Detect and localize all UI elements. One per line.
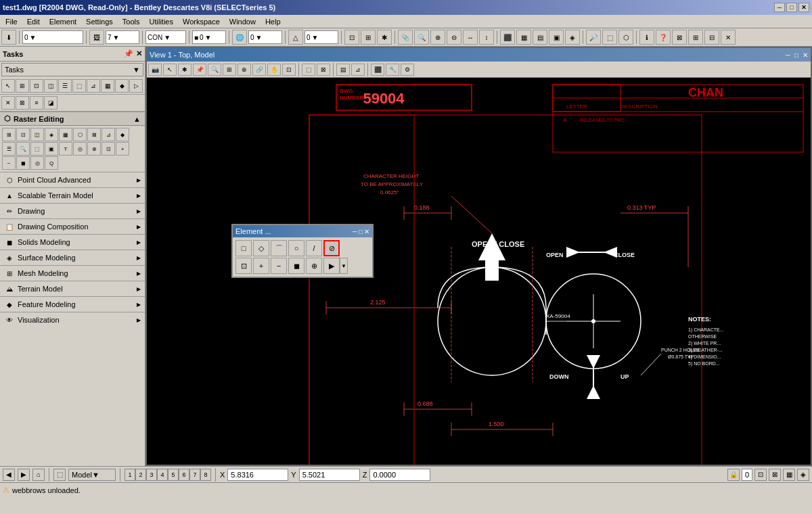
menu-workspace[interactable]: Workspace: [179, 16, 224, 27]
tb-3d[interactable]: ⬡: [618, 30, 633, 45]
tool-10[interactable]: ✕: [1, 96, 15, 110]
re-icon-19[interactable]: −: [2, 156, 16, 170]
tool-3[interactable]: ◫: [44, 79, 58, 93]
re-icon-4[interactable]: ◈: [45, 128, 58, 141]
view-tb-search-zoom[interactable]: 🔍: [208, 64, 221, 76]
menu-help[interactable]: Help: [261, 16, 285, 27]
status-icon-3[interactable]: ▦: [783, 469, 795, 481]
tool-select[interactable]: ↖: [1, 79, 15, 93]
nav-point-cloud-advanced[interactable]: ⬡ Point Cloud Advanced ▶: [0, 172, 145, 187]
menu-window[interactable]: Window: [225, 16, 260, 27]
re-icon-5[interactable]: ▦: [59, 128, 72, 141]
tool-4[interactable]: ☰: [58, 79, 72, 93]
dialog-minus-icon[interactable]: −: [271, 258, 287, 274]
nav-visualization[interactable]: 👁 Visualization ▶: [0, 312, 145, 327]
dialog-grid-icon[interactable]: ⊡: [235, 258, 252, 274]
close-button[interactable]: ✕: [798, 3, 809, 12]
nav-drawing[interactable]: ✏ Drawing ▶: [0, 203, 145, 218]
tb-snap1[interactable]: ⊡: [344, 30, 359, 45]
arrow-icon[interactable]: ⬇: [1, 30, 16, 45]
dialog-arc-icon[interactable]: ⌒: [271, 240, 287, 256]
tb-ref2[interactable]: 🔍: [414, 30, 429, 45]
re-icon-3[interactable]: ◫: [30, 128, 44, 141]
view-tb-rotate[interactable]: ✱: [178, 64, 191, 76]
re-icon-10[interactable]: ☰: [2, 142, 16, 156]
tb-globe[interactable]: 🌐: [232, 30, 247, 45]
nav-fence-btn[interactable]: ⬚: [53, 469, 66, 481]
style-dropdown[interactable]: CON▼: [145, 30, 186, 44]
tool-6[interactable]: ⊿: [87, 79, 100, 93]
dialog-rect-icon[interactable]: □: [235, 240, 252, 256]
z-coord-field[interactable]: 0.0000: [369, 469, 430, 481]
view-tb-settings1[interactable]: ⬛: [371, 64, 384, 76]
view-tb-cursor[interactable]: ↖: [163, 64, 177, 76]
page-tab-8[interactable]: 8: [200, 469, 211, 481]
raster-editing-header[interactable]: ⬡ Raster Editing ▲: [0, 112, 145, 126]
tb-help1[interactable]: ❓: [656, 30, 671, 45]
tb-render4[interactable]: ◈: [565, 30, 580, 45]
tb-ref5[interactable]: ↔: [463, 30, 478, 45]
view-dropdown[interactable]: 0▼: [248, 30, 282, 44]
dialog-arrow-expand[interactable]: ▼: [340, 258, 348, 274]
dialog-minimize-btn[interactable]: ─: [353, 228, 357, 235]
dialog-no-icon[interactable]: ⊘: [323, 240, 340, 256]
view-close-btn[interactable]: ✕: [803, 51, 808, 59]
tool-7[interactable]: ▦: [101, 79, 114, 93]
menu-utilities[interactable]: Utilities: [145, 16, 177, 27]
re-icon-16[interactable]: ⊕: [87, 142, 101, 156]
nav-surface-modeling[interactable]: ◈ Surface Modeling ▶: [0, 250, 145, 265]
dialog-diamond-icon[interactable]: ◇: [253, 240, 269, 256]
minimize-button[interactable]: ─: [774, 3, 785, 12]
dialog-circle-icon[interactable]: ○: [288, 240, 304, 256]
maximize-button[interactable]: □: [786, 3, 797, 12]
dialog-close-btn[interactable]: ✕: [364, 228, 369, 235]
nav-drawing-composition[interactable]: 📋 Drawing Composition ▶: [0, 218, 145, 234]
view-minimize-btn[interactable]: ─: [786, 51, 790, 59]
tb-ref1[interactable]: 📎: [398, 30, 413, 45]
dialog-fill-icon[interactable]: ◼: [288, 258, 304, 274]
tb-view[interactable]: ⬚: [602, 30, 617, 45]
dialog-restore-btn[interactable]: □: [359, 228, 363, 235]
view-tb-zoom-in[interactable]: ⊕: [238, 64, 251, 76]
snap-dropdown[interactable]: 0▼: [304, 30, 338, 44]
tool-12[interactable]: ≡: [30, 96, 43, 110]
tool-1[interactable]: ⊞: [16, 79, 29, 93]
status-icon-1[interactable]: ⊡: [754, 469, 767, 481]
view-tb-fit-all[interactable]: ⊞: [223, 64, 236, 76]
level-dropdown[interactable]: 0▼: [22, 30, 83, 44]
tasks-close-icon[interactable]: ✕: [136, 49, 142, 58]
tb-render1[interactable]: ▦: [516, 30, 531, 45]
tb-ref3[interactable]: ⊕: [430, 30, 445, 45]
tb-render3[interactable]: ▣: [549, 30, 564, 45]
re-icon-2[interactable]: ⊡: [16, 128, 30, 141]
tb-ref6[interactable]: ↕: [479, 30, 494, 45]
page-tab-5[interactable]: 5: [168, 469, 179, 481]
tb-help5[interactable]: ✕: [721, 30, 736, 45]
nav-back-btn[interactable]: ◀: [3, 469, 15, 481]
menu-edit[interactable]: Edit: [23, 16, 44, 27]
tb-info[interactable]: ℹ: [639, 30, 654, 45]
nav-terrain-model[interactable]: ⛰ Terrain Model ▶: [0, 281, 145, 296]
re-icon-22[interactable]: Q: [45, 156, 58, 170]
color-dropdown[interactable]: ■0▼: [192, 30, 226, 44]
view-tb-clip2[interactable]: ⊠: [317, 64, 330, 76]
nav-mesh-modeling[interactable]: ⊞ Mesh Modeling ▶: [0, 265, 145, 281]
tb-fit[interactable]: ⬛: [500, 30, 515, 45]
lock-icon[interactable]: 🔒: [727, 469, 740, 481]
page-tab-1[interactable]: 1: [125, 469, 135, 481]
tb-help2[interactable]: ⊠: [672, 30, 687, 45]
view-restore-btn[interactable]: □: [794, 51, 798, 59]
view-tb-ref-b[interactable]: ⊿: [351, 64, 365, 76]
re-icon-12[interactable]: ⬚: [30, 142, 44, 156]
re-icon-17[interactable]: ⊡: [102, 142, 115, 156]
view-tb-clip1[interactable]: ⬚: [302, 64, 315, 76]
menu-tools[interactable]: Tools: [118, 16, 144, 27]
model-dropdown[interactable]: Model ▼: [68, 469, 116, 481]
tool-5[interactable]: ⬚: [72, 79, 86, 93]
view-tb-snap[interactable]: ⊡: [282, 64, 296, 76]
dialog-plus-icon[interactable]: +: [253, 258, 269, 274]
tb-help4[interactable]: ⊟: [704, 30, 719, 45]
tb-render2[interactable]: ▤: [533, 30, 547, 45]
re-icon-14[interactable]: T: [59, 142, 72, 156]
tool-2[interactable]: ⊡: [30, 79, 43, 93]
